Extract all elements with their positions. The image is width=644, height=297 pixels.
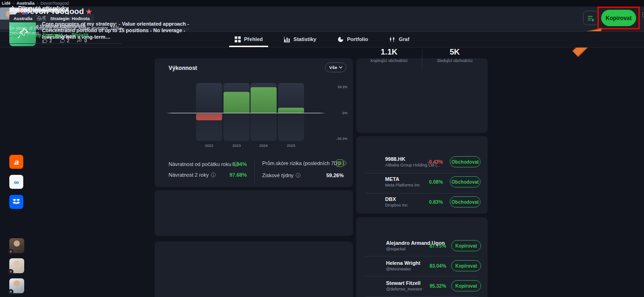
trade-button[interactable]: Obchodovat	[450, 176, 481, 187]
risk-score-badge: 3	[336, 159, 344, 167]
trader-star-badge: ★	[8, 289, 14, 295]
chart-bar-2022[interactable]	[196, 114, 222, 120]
watchlist-add-icon	[587, 14, 595, 22]
stat-2y-value: 97.68%	[219, 172, 247, 178]
bar-chart-icon	[284, 36, 290, 42]
dropbox-glyph	[13, 199, 20, 205]
page: Lidé › Australia › DevonToogood Devon To…	[0, 0, 644, 297]
instrument-info[interactable]: DBX Dropbox Inc	[385, 194, 408, 210]
trader-info[interactable]: Stewart Fitzell @defense_investor	[386, 278, 422, 294]
row-divider	[366, 256, 478, 256]
performance-chart: 2022202320242025	[166, 82, 326, 149]
copy-trader-button[interactable]: Kopírovat	[601, 10, 636, 26]
link-separator: ·	[66, 33, 68, 38]
trade-button[interactable]: Obchodovat	[450, 156, 481, 167]
instrument-symbol[interactable]: DBX	[385, 196, 408, 202]
x-axis-label: 2025	[278, 144, 304, 148]
copiers-stat: 1.1K Kopírující obchodníci	[356, 48, 422, 63]
dropbox-logo-icon	[9, 195, 23, 209]
tab-label: Graf	[399, 36, 409, 42]
row-divider	[366, 296, 478, 297]
post-composer-card	[155, 190, 353, 236]
pill-separator	[41, 18, 42, 19]
stat-ytd-value: 8.04%	[219, 161, 247, 167]
strategy-pill: Strategie: Hodnota	[46, 14, 94, 22]
copy-button[interactable]: Kopírovat	[451, 260, 481, 271]
trader-info[interactable]: Helena Wright @Moonwater	[386, 258, 420, 274]
row-divider	[366, 173, 478, 173]
tab-label: Portfolio	[347, 36, 368, 42]
followers-stat: 5K Sledující obchodníci	[422, 48, 488, 63]
instrument-info[interactable]: META Meta Platforms Inc	[385, 174, 420, 190]
x-axis-label: 2023	[224, 144, 250, 148]
info-icon[interactable]: i	[296, 173, 300, 178]
trader-name[interactable]: Stewart Fitzell	[386, 280, 422, 286]
x-axis-label: 2022	[196, 144, 222, 148]
trader-gain: 83.04%	[425, 263, 446, 269]
trader-handle: @Moonwater	[386, 267, 420, 271]
trader-star-badge: ★	[8, 269, 14, 275]
y-axis-min-label: -39.3%	[332, 137, 347, 141]
chart-bar-2024[interactable]	[251, 87, 277, 113]
x-axis-label: 2024	[251, 144, 277, 148]
performance-range-dropdown[interactable]: Vše	[325, 62, 346, 72]
stats-divider	[254, 160, 255, 183]
pinned-posts-card	[155, 242, 353, 297]
share-icon	[77, 38, 82, 43]
followers-value: 5K	[422, 48, 488, 57]
tab-prehled[interactable]: Přehled	[235, 31, 263, 47]
about-divider	[9, 43, 122, 44]
instrument-name: Dropbox Inc	[385, 203, 408, 207]
instrument-name: Meta Platforms Inc	[385, 183, 420, 187]
performance-title: Výkonnost	[169, 65, 197, 71]
instrument-change: 0.83%	[421, 199, 443, 205]
chart-bar-2025[interactable]	[278, 108, 304, 113]
stat-weeks-label: Ziskové týdnyi	[262, 173, 300, 178]
thumbs-up-icon	[42, 38, 47, 43]
like-button[interactable]: 2	[42, 38, 52, 43]
trader-avatar[interactable]: ★	[9, 278, 24, 293]
range-value: Vše	[329, 65, 337, 70]
copiers-value: 1.1K	[356, 48, 422, 57]
tab-graf[interactable]: Graf	[389, 31, 409, 47]
tab-portfolio[interactable]: Portfolio	[338, 31, 368, 47]
tab-label: Statistiky	[293, 36, 316, 42]
similar-traders-title: Podobní obchodníci	[9, 7, 63, 14]
trader-star-badge: ★	[8, 249, 14, 255]
copiers-label: Kopírující obchodníci	[356, 58, 422, 63]
followers-label: Sledující obchodníci	[422, 58, 488, 63]
trader-gain: 95.32%	[425, 283, 446, 289]
tab-statistiky[interactable]: Statistiky	[284, 31, 316, 47]
comment-icon	[60, 38, 65, 43]
candlestick-icon	[389, 36, 395, 42]
chart-column-bg	[196, 83, 222, 141]
tab-label: Přehled	[244, 36, 263, 42]
trader-gain: 87.75%	[425, 243, 446, 249]
instrument-symbol[interactable]: META	[385, 176, 420, 182]
about-card	[356, 58, 488, 133]
more-options-icon[interactable]: ⋮	[640, 14, 643, 16]
add-to-watchlist-button[interactable]	[583, 11, 598, 25]
comment-count: 2	[67, 38, 70, 43]
country-pill: Australia	[9, 14, 37, 22]
comment-button[interactable]: 2	[60, 38, 70, 43]
copy-button[interactable]: Kopírovat	[451, 280, 481, 291]
trader-name[interactable]: Helena Wright	[386, 260, 420, 266]
copy-button[interactable]: Kopírovat	[451, 240, 481, 251]
share-button[interactable]: 0	[77, 38, 87, 43]
instrument-change: -0.43%	[421, 159, 443, 165]
trader-avatar[interactable]: ★	[9, 258, 24, 273]
trade-button[interactable]: Obchodovat	[450, 196, 481, 207]
stat-risk-label: Prům.skóre rizika (posledních 7D)i	[262, 160, 346, 166]
info-icon[interactable]: i	[211, 173, 216, 177]
view-full-bio-link[interactable]: Zobrazit úplný životopis	[9, 33, 62, 38]
stat-2y-label: Návratnost 2 rokyi	[169, 172, 216, 178]
translate-link[interactable]: Přeložit	[72, 33, 88, 38]
chart-bar-2023[interactable]	[224, 92, 250, 113]
alibaba-logo-icon: a	[9, 155, 23, 169]
row-divider	[366, 193, 478, 193]
instrument-change: 0.08%	[421, 179, 443, 185]
stat-weeks-value: 59.26%	[316, 173, 344, 178]
trader-avatar[interactable]: ★	[9, 238, 24, 253]
y-axis-zero-label: 0%	[332, 111, 347, 115]
